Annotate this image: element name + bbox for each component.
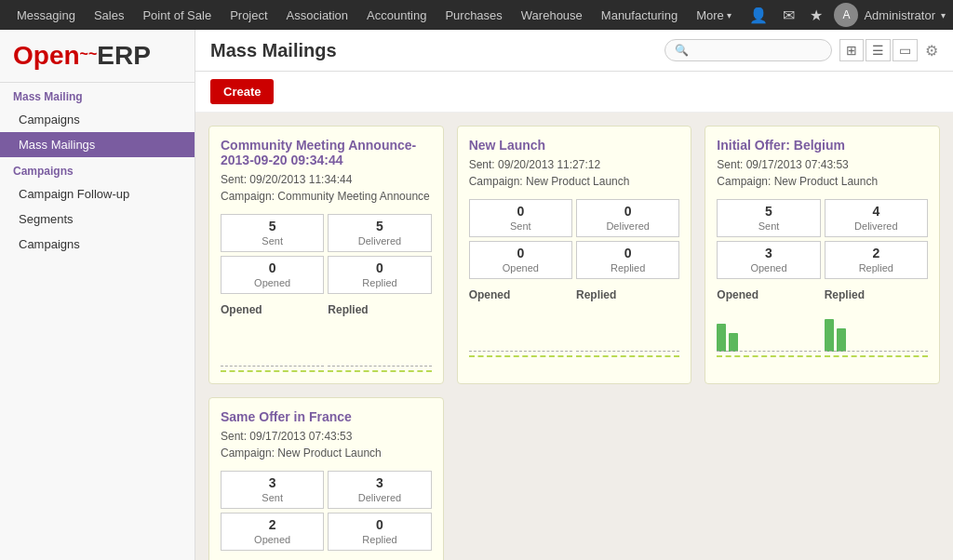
- stat-delivered: 3 Delivered: [328, 471, 431, 509]
- stats-grid: 3 Sent 3 Delivered 2 Opened 0 Replied: [221, 471, 432, 551]
- cards-grid: Community Meeting Announce-2013-09-20 09…: [195, 113, 953, 397]
- card-title: Initial Offer: Belgium: [717, 138, 928, 153]
- campaign-name: Campaign: New Product Launch: [717, 173, 928, 190]
- card-initial-offer-belgium: Initial Offer: Belgium Sent: 09/17/2013 …: [705, 126, 940, 384]
- chart-row: Opened Replied: [717, 288, 928, 357]
- sent-date: Sent: 09/17/2013 07:43:53: [717, 156, 928, 173]
- nav-manufacturing[interactable]: Manufacturing: [592, 0, 687, 30]
- stat-sent: 0 Sent: [469, 199, 572, 237]
- chart-replied: Replied: [576, 288, 679, 357]
- main-content: Mass Mailings 🔍 ⊞ ☰ ▭ ⚙ Create Com: [195, 30, 953, 560]
- toolbar: Create: [195, 72, 953, 113]
- star-icon[interactable]: ★: [806, 7, 826, 24]
- opened-chart: [717, 305, 820, 352]
- logo: Open~~ERP: [0, 30, 195, 83]
- sidebar-item-campaign-followup[interactable]: Campaign Follow-up: [0, 181, 195, 207]
- card-meta: Sent: 09/20/2013 11:27:12 Campaign: New …: [469, 156, 680, 190]
- sidebar: Open~~ERP Mass Mailing Campaigns Mass Ma…: [0, 30, 195, 560]
- header-right: 🔍 ⊞ ☰ ▭ ⚙: [664, 39, 938, 61]
- sidebar-item-campaigns-bottom[interactable]: Campaigns: [0, 232, 195, 257]
- replied-chart: [825, 305, 928, 352]
- page-title: Mass Mailings: [210, 40, 337, 61]
- user-icon[interactable]: 👤: [745, 7, 772, 24]
- card-meta: Sent: 09/17/2013 07:43:53 Campaign: New …: [221, 428, 432, 461]
- card-title: New Launch: [469, 138, 680, 153]
- nav-more[interactable]: More ▾: [687, 0, 741, 30]
- avatar: A: [834, 3, 858, 27]
- bar: [837, 328, 846, 352]
- nav-project[interactable]: Project: [221, 0, 276, 30]
- main-layout: Open~~ERP Mass Mailing Campaigns Mass Ma…: [0, 30, 953, 560]
- stat-replied: 0 Replied: [576, 241, 679, 279]
- card-title: Community Meeting Announce-2013-09-20 09…: [221, 138, 432, 167]
- stat-opened: 0 Opened: [221, 256, 324, 294]
- nav-sales[interactable]: Sales: [85, 0, 134, 30]
- mail-icon[interactable]: ✉: [779, 7, 799, 24]
- card-meta: Sent: 09/17/2013 07:43:53 Campaign: New …: [717, 156, 928, 190]
- search-box[interactable]: 🔍: [664, 39, 832, 61]
- nav-association[interactable]: Association: [277, 0, 357, 30]
- nav-warehouse[interactable]: Warehouse: [512, 0, 592, 30]
- bar: [717, 324, 726, 352]
- sent-date: Sent: 09/20/2013 11:27:12: [469, 156, 680, 173]
- search-icon: 🔍: [675, 44, 689, 57]
- more-chevron-icon: ▾: [727, 10, 732, 20]
- nav-right-area: 👤 ✉ ★ A Administrator ▾: [745, 3, 946, 27]
- campaign-name: Campaign: New Product Launch: [221, 445, 432, 461]
- card-community-meeting: Community Meeting Announce-2013-09-20 09…: [208, 126, 444, 384]
- chart-row: Opened Replied: [469, 288, 680, 357]
- opened-chart: [221, 320, 324, 367]
- nav-messaging[interactable]: Messaging: [7, 0, 85, 30]
- stat-replied: 2 Replied: [825, 241, 928, 279]
- nav-accounting[interactable]: Accounting: [357, 0, 436, 30]
- sidebar-item-mass-mailings[interactable]: Mass Mailings: [0, 132, 195, 157]
- settings-icon[interactable]: ⚙: [925, 42, 938, 60]
- stat-delivered: 0 Delivered: [576, 199, 679, 237]
- stats-grid: 5 Sent 5 Delivered 0 Opened 0 Replied: [221, 214, 432, 294]
- stat-replied: 0 Replied: [328, 513, 431, 551]
- stat-opened: 2 Opened: [221, 513, 324, 551]
- cards-grid-bottom: Same Offer in France Sent: 09/17/2013 07…: [195, 397, 953, 560]
- stat-opened: 0 Opened: [469, 241, 572, 279]
- chart-replied: Replied: [328, 303, 431, 372]
- list-view-button[interactable]: ☰: [866, 39, 891, 61]
- stats-grid: 0 Sent 0 Delivered 0 Opened 0 Replied: [469, 199, 680, 279]
- sidebar-section-campaigns: Campaigns: [0, 157, 195, 181]
- form-view-button[interactable]: ▭: [893, 39, 918, 61]
- stat-replied: 0 Replied: [328, 256, 431, 294]
- replied-chart: [328, 320, 431, 367]
- stat-delivered: 4 Delivered: [825, 199, 928, 237]
- sidebar-item-segments[interactable]: Segments: [0, 207, 195, 232]
- logo-tilde: ~~: [80, 46, 98, 61]
- stat-sent: 3 Sent: [221, 471, 324, 509]
- stat-delivered: 5 Delivered: [328, 214, 431, 252]
- user-menu[interactable]: A Administrator ▾: [834, 3, 946, 27]
- sidebar-section-mass-mailing: Mass Mailing: [0, 83, 195, 107]
- bar: [825, 319, 834, 352]
- nav-point-of-sale[interactable]: Point of Sale: [133, 0, 221, 30]
- stat-sent: 5 Sent: [221, 214, 324, 252]
- bar: [729, 333, 738, 352]
- kanban-view-button[interactable]: ⊞: [839, 39, 864, 61]
- top-navigation: Messaging Sales Point of Sale Project As…: [0, 0, 953, 30]
- card-same-offer-france: Same Offer in France Sent: 09/17/2013 07…: [208, 397, 444, 560]
- card-title: Same Offer in France: [221, 409, 432, 424]
- stat-sent: 5 Sent: [717, 199, 820, 237]
- card-new-launch: New Launch Sent: 09/20/2013 11:27:12 Cam…: [457, 126, 692, 384]
- nav-purchases[interactable]: Purchases: [436, 0, 511, 30]
- main-header: Mass Mailings 🔍 ⊞ ☰ ▭ ⚙: [195, 30, 953, 72]
- create-button[interactable]: Create: [210, 79, 274, 104]
- sent-date: Sent: 09/17/2013 07:43:53: [221, 428, 432, 445]
- replied-chart: [576, 305, 679, 352]
- chart-row: Opened Replied: [221, 303, 432, 372]
- view-toggle: ⊞ ☰ ▭: [839, 39, 918, 61]
- campaign-name: Campaign: Community Meeting Announce: [221, 188, 432, 205]
- chart-opened: Opened: [717, 288, 820, 357]
- search-input[interactable]: [692, 44, 823, 57]
- chart-opened: Opened: [221, 303, 324, 372]
- campaign-name: Campaign: New Product Launch: [469, 173, 680, 190]
- sidebar-item-campaigns-top[interactable]: Campaigns: [0, 107, 195, 132]
- stats-grid: 5 Sent 4 Delivered 3 Opened 2 Replied: [717, 199, 928, 279]
- opened-chart: [469, 305, 572, 352]
- chart-replied: Replied: [825, 288, 928, 357]
